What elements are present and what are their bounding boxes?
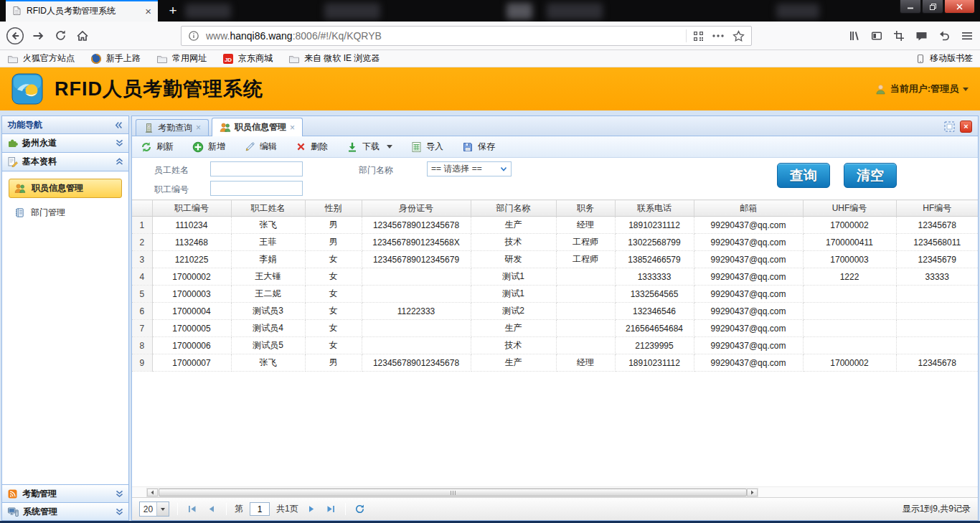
refresh-grid-button[interactable]	[354, 503, 367, 516]
horizontal-scrollbar	[132, 486, 978, 497]
column-header[interactable]: UHF编号	[803, 200, 896, 217]
table-cell: 17000007	[152, 354, 231, 372]
last-page-button[interactable]	[324, 503, 337, 516]
sidebar-group-attendance[interactable]: 考勤管理	[2, 484, 128, 502]
page-size-select[interactable]: 20	[139, 501, 169, 517]
sidebar-group-yangzhou[interactable]: 扬州永道	[2, 134, 128, 153]
url-text[interactable]: www.hanqi86.wang:8006/#!/Kq/KQRYB	[206, 30, 679, 42]
scroll-right-icon[interactable]	[747, 489, 758, 496]
screenshot-icon[interactable]	[893, 30, 905, 42]
collapse-sidebar-icon[interactable]	[115, 121, 123, 129]
table-row[interactable]: 11110234张飞男123456789012345678生产经理1891023…	[132, 217, 978, 234]
tab-close-icon[interactable]: ×	[196, 123, 201, 132]
scroll-left-icon[interactable]	[147, 489, 158, 496]
bookmark-item[interactable]: 常用网址	[156, 52, 207, 65]
import-button[interactable]: 导入	[411, 141, 443, 153]
employee-name-input[interactable]	[210, 161, 303, 176]
maximize-panel-icon[interactable]	[944, 121, 955, 132]
restore-button[interactable]	[922, 0, 943, 14]
first-page-button[interactable]	[186, 503, 199, 516]
sidebar-group-system[interactable]: 系统管理	[2, 502, 128, 520]
minimize-button[interactable]	[900, 0, 921, 14]
new-tab-button[interactable]: +	[164, 2, 182, 19]
table-row[interactable]: 417000002王大锤女测试1133333399290437@qq.com12…	[132, 268, 978, 286]
bookmark-item[interactable]: 来自 微软 IE 浏览器	[288, 52, 380, 65]
tab-label: 考勤查询	[158, 122, 192, 134]
page-size-dropdown-button[interactable]	[156, 502, 169, 516]
current-user-menu[interactable]: 当前用户:管理员	[875, 83, 969, 95]
column-header[interactable]: HF编号	[896, 200, 978, 217]
next-page-button[interactable]	[305, 503, 318, 516]
reload-button[interactable]	[55, 29, 67, 42]
download-button[interactable]: 下载	[347, 141, 392, 153]
more-icon[interactable]	[712, 34, 724, 37]
column-header[interactable]: 职工编号	[152, 200, 231, 217]
sidebar-group-basic-data[interactable]: 基本资料	[2, 153, 128, 171]
table-row[interactable]: 517000003王二妮女测试1133256456599290437@qq.co…	[132, 286, 978, 303]
bookmark-item[interactable]: 新手上路	[90, 52, 141, 65]
close-button[interactable]	[944, 0, 975, 14]
column-header[interactable]: 部门名称	[471, 200, 556, 217]
info-icon[interactable]	[188, 30, 199, 42]
delete-button[interactable]: 删除	[296, 141, 328, 153]
qr-code-icon[interactable]	[693, 31, 704, 42]
column-header[interactable]: 联系电话	[615, 200, 694, 217]
bookmark-item[interactable]: 火狐官方站点	[7, 52, 75, 65]
browser-tab[interactable]: RFID人员考勤管理系统 ×	[6, 0, 158, 22]
tab-staff-info[interactable]: 职员信息管理 ×	[212, 118, 303, 136]
column-header[interactable]: 职工姓名	[231, 200, 305, 217]
close-panel-icon[interactable]: ×	[960, 121, 972, 133]
scrollbar-track[interactable]	[146, 488, 758, 497]
pager-separator	[345, 503, 346, 515]
edit-button[interactable]: 编辑	[244, 141, 277, 153]
column-header[interactable]: 性别	[305, 200, 362, 217]
table-row[interactable]: 717000005测试员4女生产21656465468499290437@qq.…	[132, 320, 978, 337]
tab-attendance-query[interactable]: 考勤查询 ×	[136, 119, 209, 136]
employee-code-label: 职工编号	[154, 184, 189, 196]
sidebars-icon[interactable]	[871, 30, 882, 42]
table-row[interactable]: 617000004测试员3女11222333测试2132346546992904…	[132, 303, 978, 320]
scrollbar-thumb[interactable]	[159, 489, 747, 496]
table-row[interactable]: 817000006测试员5女技术2123999599290437@qq.com	[132, 337, 978, 354]
forward-button[interactable]	[32, 30, 44, 42]
column-header[interactable]: 身份证号	[362, 200, 471, 217]
panel-buttons: ×	[944, 121, 972, 133]
save-button[interactable]: 保存	[462, 141, 495, 153]
table-row[interactable]: 31210225李娟女123456789012345679研发工程师138524…	[132, 251, 978, 268]
tab-close-icon[interactable]: ×	[290, 123, 295, 132]
chevron-double-down-icon[interactable]	[116, 139, 123, 147]
menu-icon[interactable]	[961, 31, 973, 41]
sidebar-item-staff-info[interactable]: 职员信息管理	[9, 179, 122, 198]
chevron-double-up-icon[interactable]	[116, 158, 123, 166]
prev-page-button[interactable]	[205, 503, 218, 516]
table-row[interactable]: 917000007张飞男123456789012345678生产经理189102…	[132, 354, 978, 372]
employee-code-input[interactable]	[210, 181, 303, 196]
column-header[interactable]: 职务	[556, 200, 615, 217]
dropdown-caret-icon[interactable]	[387, 145, 392, 149]
bookmark-mobile[interactable]: 移动版书签	[915, 52, 973, 65]
table-row[interactable]: 21132468王菲男12345678901234568X技术工程师130225…	[132, 234, 978, 251]
url-bar[interactable]: www.hanqi86.wang:8006/#!/Kq/KQRYB	[181, 26, 752, 46]
clear-button[interactable]: 清空	[844, 163, 897, 188]
refresh-button[interactable]: 刷新	[141, 141, 174, 153]
undo-icon[interactable]	[938, 30, 951, 42]
page-number-input[interactable]	[250, 502, 270, 516]
tab-close-icon[interactable]: ×	[145, 6, 151, 17]
table-cell: 测试员5	[231, 337, 305, 354]
bookmark-label: 来自 微软 IE 浏览器	[304, 52, 380, 65]
chevron-double-down-icon[interactable]	[116, 508, 123, 516]
chevron-double-down-icon[interactable]	[116, 490, 123, 498]
query-button[interactable]: 查询	[777, 163, 830, 188]
add-button[interactable]: 新增	[192, 141, 225, 153]
column-header[interactable]: 邮箱	[694, 200, 803, 217]
department-select[interactable]: == 请选择 ==	[427, 161, 512, 176]
back-button[interactable]	[6, 27, 24, 45]
bookmark-label: 火狐官方站点	[23, 52, 75, 65]
sidebar-item-department[interactable]: 部门管理	[9, 204, 122, 221]
library-icon[interactable]	[849, 30, 860, 42]
grid-area: 职工编号职工姓名性别身份证号部门名称职务联系电话邮箱UHF编号HF编号11110…	[132, 199, 978, 486]
bookmark-item[interactable]: JD京东商城	[222, 52, 273, 65]
home-button[interactable]	[76, 30, 89, 42]
chat-icon[interactable]	[915, 30, 928, 42]
star-icon[interactable]	[732, 30, 745, 42]
